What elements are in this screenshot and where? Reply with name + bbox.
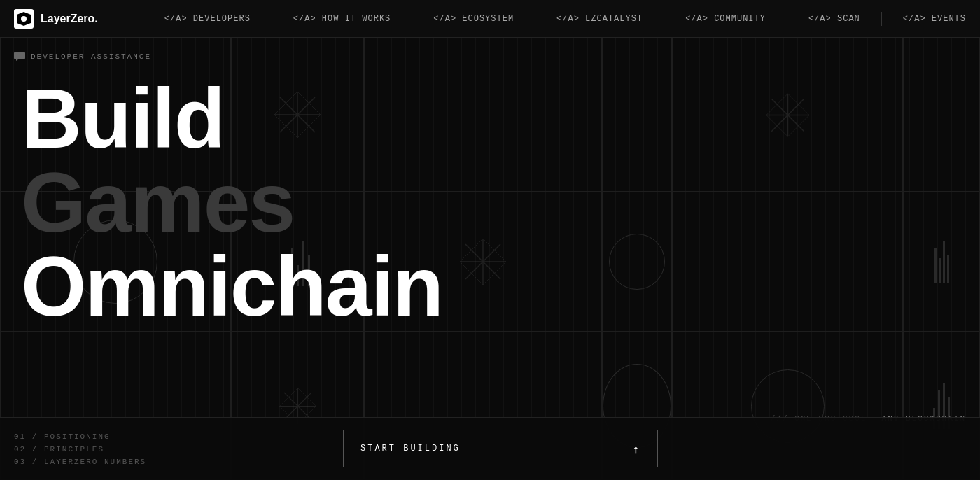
grid-cell-r1c4: [602, 38, 672, 192]
svg-point-1: [21, 16, 27, 22]
chat-icon: [14, 52, 25, 61]
grid-cell-r2c6: [903, 192, 980, 332]
nav-link-ecosystem[interactable]: </A> ECOSYSTEM: [433, 14, 514, 24]
bar-8: [943, 241, 945, 283]
svg-marker-35: [16, 59, 18, 61]
logo[interactable]: LayerZero.: [14, 9, 98, 29]
cta-label: START BUILDING: [360, 444, 461, 453]
cta-wrapper: START BUILDING ↗: [343, 430, 658, 467]
nav-link-scan[interactable]: </A> SCAN: [808, 14, 860, 24]
nav-link-events[interactable]: </A> EVENTS: [903, 14, 966, 24]
hero-line1: Build: [21, 76, 442, 160]
nav-separator-5: [787, 12, 788, 26]
nav-link-developers[interactable]: </A> DEVELOPERS: [164, 14, 251, 24]
nav-separator-1: [272, 12, 272, 26]
circle-decor-2: [609, 234, 665, 290]
nav-link-how-it-works[interactable]: </A> HOW IT WORKS: [293, 14, 391, 24]
hero-line3: Omnichain: [21, 244, 442, 328]
nav-separator-6: [881, 12, 882, 26]
nav-separator-2: [412, 12, 412, 26]
nav-separator-3: [535, 12, 536, 26]
main-content: DEVELOPER ASSISTANCE Build Games Omnicha…: [0, 38, 980, 480]
star-icon-2: [765, 92, 811, 138]
grid-cell-r1c5: [672, 38, 903, 192]
grid-cell-r2c5: [672, 192, 903, 332]
nav-link-lzcatalyst[interactable]: </A> LZCATALYST: [556, 14, 643, 24]
star-icon-3: [458, 237, 507, 286]
svg-rect-34: [14, 52, 25, 59]
developer-badge-label: DEVELOPER ASSISTANCE: [31, 52, 151, 61]
bar-6: [934, 248, 937, 283]
nav-separator-4: [664, 12, 664, 26]
grid-cell-r2c4: [602, 192, 672, 332]
start-building-button[interactable]: START BUILDING ↗: [343, 430, 658, 467]
logo-text: LayerZero.: [41, 13, 98, 25]
bottom-bar: 01 / POSITIONING 02 / PRINCIPLES 03 / LA…: [0, 417, 980, 480]
developer-badge: DEVELOPER ASSISTANCE: [14, 52, 151, 61]
logo-icon: [14, 9, 34, 29]
bar-9: [947, 255, 949, 283]
nav-link-community[interactable]: </A> COMMUNITY: [685, 14, 766, 24]
hero-line2: Games: [21, 160, 442, 244]
grid-cell-r1c6: [903, 38, 980, 192]
bar-7: [939, 258, 941, 283]
nav-links: </A> DEVELOPERS </A> HOW IT WORKS </A> E…: [164, 12, 966, 26]
arrow-icon: ↗: [626, 439, 644, 457]
hero-section: Build Games Omnichain: [21, 76, 442, 328]
bars-group-2: [934, 241, 949, 283]
navigation: LayerZero. </A> DEVELOPERS </A> HOW IT W…: [0, 0, 980, 38]
